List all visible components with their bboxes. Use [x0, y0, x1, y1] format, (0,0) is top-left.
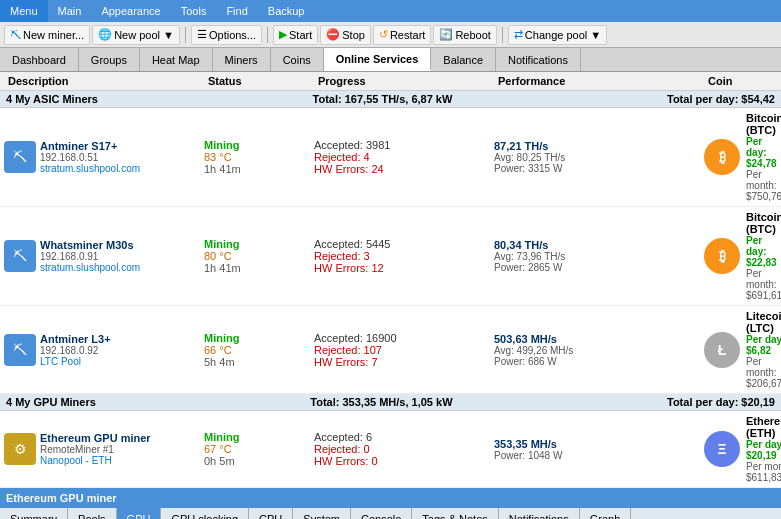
coin-perday-1: Per day: $22,83 [746, 235, 781, 268]
toolbar-separator-2 [267, 27, 268, 43]
tab-dashboard[interactable]: Dashboard [0, 48, 79, 71]
miner-row-0[interactable]: ⛏ Antminer S17+ 192.168.0.51 stratum.slu… [0, 108, 781, 207]
miner-row-1[interactable]: ⛏ Whatsminer M30s 192.168.0.91 stratum.s… [0, 207, 781, 306]
new-miner-button[interactable]: ⛏ New miner... [4, 25, 90, 45]
tab-coins[interactable]: Coins [271, 48, 324, 71]
coin-perday-2: Per day: $6,82 [746, 334, 781, 356]
menu-item-appearance[interactable]: Appearance [91, 0, 170, 22]
bottom-tab-tags-notes[interactable]: Tags & Notes [412, 508, 498, 519]
miner-pool-2: LTC Pool [40, 356, 111, 367]
miner-progress-1: Accepted: 5445 Rejected: 3 HW Errors: 12 [310, 236, 490, 276]
start-button[interactable]: ▶ Start [273, 25, 318, 45]
restart-icon: ↺ [379, 28, 388, 41]
col-description: Description [4, 74, 204, 88]
miner-name-1: Whatsminer M30s [40, 239, 140, 251]
gpu-miner-name-0: Ethereum GPU miner [40, 432, 151, 444]
bottom-tab-cpu[interactable]: CPU [249, 508, 293, 519]
reboot-button[interactable]: 🔄 Reboot [433, 25, 496, 45]
stop-button[interactable]: ⛔ Stop [320, 25, 371, 45]
miner-icon-0: ⛏ [4, 141, 36, 173]
tab-miners[interactable]: Miners [213, 48, 271, 71]
miner-pool-0: stratum.slushpool.com [40, 163, 140, 174]
menu-item-main[interactable]: Main [48, 0, 92, 22]
menu-bar: Menu Main Appearance Tools Find Backup [0, 0, 781, 22]
miner-perf3-0: Power: 3315 W [494, 163, 696, 174]
tab-online-services[interactable]: Online Services [324, 48, 432, 71]
asic-section-header: 4 My ASIC Miners Total: 167,55 TH/s, 6,8… [0, 91, 781, 108]
menu-item-tools[interactable]: Tools [171, 0, 217, 22]
reboot-label: Reboot [455, 29, 490, 41]
bottom-tab-summary[interactable]: Summary [0, 508, 68, 519]
miner-icon-2: ⛏ [4, 334, 36, 366]
miner-coin-1: ₿ Bitcoin (BTC) Per day: $22,83 Per mont… [700, 209, 781, 303]
miner-performance-0: 87,21 TH/s Avg: 80,25 TH/s Power: 3315 W [490, 138, 700, 176]
gpu-section-total: Total: 353,35 MH/s, 1,05 kW [310, 396, 452, 408]
gpu-miner-pool-0: Nanopool - ETH [40, 455, 151, 466]
new-miner-label: New miner... [23, 29, 84, 41]
gpu-miner-rejected-0: Rejected: 0 [314, 443, 486, 455]
change-pool-button[interactable]: ⇄ Change pool ▼ [508, 25, 607, 45]
options-button[interactable]: ☰ Options... [191, 25, 262, 45]
main-tab-bar: Dashboard Groups Heat Map Miners Coins O… [0, 48, 781, 72]
miner-perf2-2: Avg: 499,26 MH/s [494, 345, 696, 356]
miner-temp-2: 66 °C [204, 344, 306, 356]
gpu-coin-name-0: Ethereum (ETH) [746, 415, 781, 439]
toolbar-separator-1 [185, 27, 186, 43]
new-pool-button[interactable]: 🌐 New pool ▼ [92, 25, 180, 45]
coin-details-2: Litecoin (LTC) Per day: $6,82 Per month:… [746, 310, 781, 389]
miner-temp-1: 80 °C [204, 250, 306, 262]
bottom-tab-notifications[interactable]: Notifications [499, 508, 580, 519]
bottom-tab-system[interactable]: System [293, 508, 351, 519]
miner-perf3-2: Power: 686 W [494, 356, 696, 367]
miner-row-2[interactable]: ⛏ Antminer L3+ 192.168.0.92 LTC Pool Min… [0, 306, 781, 394]
miner-info-2: ⛏ Antminer L3+ 192.168.0.92 LTC Pool [0, 331, 200, 369]
miner-progress-2: Accepted: 16900 Rejected: 107 HW Errors:… [310, 330, 490, 370]
gpu-miner-remote-0: RemoteMiner #1 [40, 444, 151, 455]
miner-accepted-2: Accepted: 16900 [314, 332, 486, 344]
miner-performance-1: 80,34 TH/s Avg: 73,96 TH/s Power: 2865 W [490, 237, 700, 275]
gpu-miner-row-0[interactable]: ⚙ Ethereum GPU miner RemoteMiner #1 Nano… [0, 411, 781, 488]
bottom-tab-gpu-clocking[interactable]: GPU clocking [161, 508, 249, 519]
asic-section-total: Total: 167,55 TH/s, 6,87 kW [313, 93, 453, 105]
menu-item-menu[interactable]: Menu [0, 0, 48, 22]
gpu-miner-status-0: Mining 67 °C 0h 5m [200, 429, 310, 469]
miner-rejected-0: Rejected: 4 [314, 151, 486, 163]
gpu-miner-details-0: Ethereum GPU miner RemoteMiner #1 Nanopo… [40, 432, 151, 466]
miner-perf2-1: Avg: 73,96 TH/s [494, 251, 696, 262]
tab-balance[interactable]: Balance [431, 48, 496, 71]
tab-heatmap[interactable]: Heat Map [140, 48, 213, 71]
gpu-miner-hwerr-0: HW Errors: 0 [314, 455, 486, 467]
bottom-tab-bar: Summary Pools GPU GPU clocking CPU Syste… [0, 508, 781, 519]
gpu-coin-perday-0: Per day: $20,19 [746, 439, 781, 461]
options-icon: ☰ [197, 28, 207, 41]
tab-notifications[interactable]: Notifications [496, 48, 581, 71]
new-pool-icon: 🌐 [98, 28, 112, 41]
menu-item-backup[interactable]: Backup [258, 0, 315, 22]
gpu-miner-progress-0: Accepted: 6 Rejected: 0 HW Errors: 0 [310, 429, 490, 469]
restart-button[interactable]: ↺ Restart [373, 25, 431, 45]
miner-performance-2: 503,63 MH/s Avg: 499,26 MH/s Power: 686 … [490, 331, 700, 369]
stop-label: Stop [342, 29, 365, 41]
coin-icon-0: ₿ [704, 139, 740, 175]
coin-icon-1: ₿ [704, 238, 740, 274]
bottom-tab-gpu[interactable]: GPU [117, 508, 162, 519]
bottom-tab-graph[interactable]: Graph [580, 508, 632, 519]
miner-status-text-2: Mining [204, 332, 306, 344]
miner-accepted-1: Accepted: 5445 [314, 238, 486, 250]
miner-coin-0: ₿ Bitcoin (BTC) Per day: $24,78 Per mont… [700, 110, 781, 204]
bottom-panel-title: Ethereum GPU miner [0, 488, 781, 508]
gpu-section-label: 4 My GPU Miners [6, 396, 96, 408]
bottom-tab-console[interactable]: Console [351, 508, 412, 519]
tab-groups[interactable]: Groups [79, 48, 140, 71]
miner-coin-2: Ł Litecoin (LTC) Per day: $6,82 Per mont… [700, 308, 781, 391]
miner-name-0: Antminer S17+ [40, 140, 140, 152]
change-pool-label: Change pool ▼ [525, 29, 601, 41]
miner-hwerr-2: HW Errors: 7 [314, 356, 486, 368]
col-progress: Progress [314, 74, 494, 88]
menu-item-find[interactable]: Find [216, 0, 257, 22]
asic-section-label: 4 My ASIC Miners [6, 93, 98, 105]
bottom-panel-label: Ethereum GPU miner [6, 492, 117, 504]
gpu-section-header: 4 My GPU Miners Total: 353,35 MH/s, 1,05… [0, 394, 781, 411]
bottom-tab-pools[interactable]: Pools [68, 508, 117, 519]
miner-info-0: ⛏ Antminer S17+ 192.168.0.51 stratum.slu… [0, 138, 200, 176]
